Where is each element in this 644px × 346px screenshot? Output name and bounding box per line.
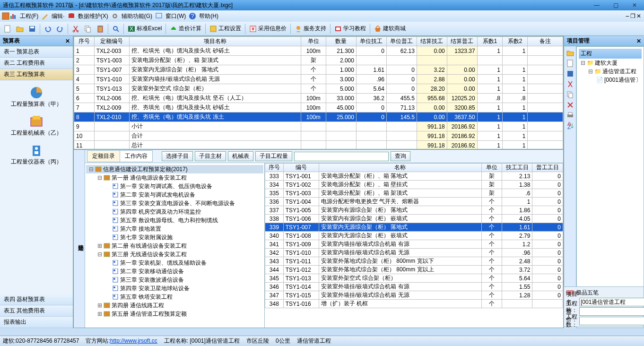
cat-row[interactable]: 339TSY1-007安装室内无源综合架（柜） 落地式个1.610 (265, 223, 563, 232)
tree-node[interactable]: 第四章 机房空调及动力环境监控 (86, 208, 263, 216)
mdi-close[interactable]: ✕ (636, 13, 641, 19)
window-minimize[interactable]: — (587, 0, 606, 10)
cat-header[interactable]: 普工工日 (532, 164, 563, 172)
vertical-tab[interactable]: 定额选择 (74, 150, 85, 328)
tb-infoprice[interactable]: ¥采用信息价 (247, 23, 288, 35)
cat-row[interactable]: 334TSY1-002安装电源分配架（柜）、箱 壁挂式架1.380 (265, 181, 563, 189)
menu-edit[interactable]: 编辑· (49, 11, 67, 21)
grid-header[interactable]: 单位技工 (356, 37, 386, 46)
grid-row[interactable]: 3TSY1-007安装室内无源综合架（柜） 落地式个1.0001.6103.22… (74, 65, 563, 75)
tree-node[interactable]: 第五章 铁塔安装工程 (86, 293, 263, 301)
copy-icon[interactable] (566, 91, 574, 98)
right-pane-close[interactable]: ✕ (636, 38, 641, 44)
btn-item-qty[interactable]: 子目工程量 (255, 151, 292, 161)
cat-row[interactable]: 347TSY1-015安装室外墙挂/嵌墙式综合机箱 无源个1.280 (265, 291, 563, 300)
grid-row[interactable]: 5TSY1-013安装室外架空式 综合架（柜）个5.0005.64028.200… (74, 84, 563, 94)
mdi-minimize[interactable]: ‒ (626, 13, 629, 19)
window-close[interactable]: ✕ (625, 0, 644, 10)
leftnav-item[interactable]: 表三 工程预算表 (0, 69, 73, 80)
grid-row[interactable]: 10合计991.1820186.9211 (74, 131, 563, 141)
tab-catalog[interactable]: 定额目录 (87, 150, 120, 162)
prop-name-input[interactable] (579, 298, 644, 306)
leftnav-item[interactable]: 表五 其他费用表 (0, 305, 73, 317)
tree-node[interactable]: 第三章 安装交直流电源设备、不间断电源设备 (86, 199, 263, 208)
left-icon-item[interactable]: 工程量预算表（甲） (0, 83, 73, 110)
cat-row[interactable]: 342TSY1-010安装室内墙挂/嵌墙式综合机箱 无源个.960 (265, 249, 563, 257)
btn-main-material[interactable]: 子目主材 (195, 151, 226, 161)
cat-header[interactable]: 序号 (265, 164, 284, 172)
tb-redo[interactable] (54, 23, 66, 35)
tb-new[interactable] (2, 23, 13, 35)
leftnav-item[interactable]: 表四 器材预算表 (0, 294, 73, 305)
grid-header[interactable]: 结算技工 (417, 37, 447, 46)
cut-icon[interactable] (566, 80, 574, 88)
tb-find[interactable] (110, 23, 122, 35)
tb-projset[interactable]: 工程设置 (208, 23, 243, 35)
cat-row[interactable]: 344TSY1-012安装室外落地式综合架（柜） 800mm 宽以上个3.720 (265, 266, 563, 274)
btn-select-item[interactable]: 选择子目 (162, 151, 193, 161)
menu-project[interactable]: 工程(F) (17, 11, 41, 21)
grid-row[interactable]: 8TXL2-010挖、夯填光（电）缆沟及接头坑 冻土100m25.0000145… (74, 112, 563, 122)
grid-row[interactable]: 11总计991.1820186.9211 (74, 141, 563, 150)
grid-header[interactable]: 序号 (74, 37, 95, 46)
cat-row[interactable]: 346TSY1-014安装室外墙挂/嵌墙式综合机箱 有源个1.550 (265, 283, 563, 291)
grid-row[interactable]: 7TXL2-009挖、夯填光（电）缆沟及接头坑 砂砾土100m45.000071… (74, 103, 563, 112)
cat-row[interactable]: 345TSY1-013安装室外架空式 综合架（柜）个5.640 (265, 274, 563, 283)
grid-header[interactable]: 单位 (301, 37, 326, 46)
cat-row[interactable]: 338TSY1-006安装室内有源综合架（柜） 嵌墙式个4.050 (265, 215, 563, 223)
tree-node[interactable]: 第七章 安装附属设施 (86, 233, 263, 242)
cat-header[interactable]: 单位 (481, 164, 502, 172)
tb-calc[interactable]: 造价计算 (168, 23, 203, 35)
tb-mall[interactable]: 建软商城 (372, 23, 408, 35)
grid-header[interactable]: 项目名称 (130, 37, 301, 46)
tb-copy[interactable] (82, 23, 94, 35)
tb-undo[interactable] (42, 23, 53, 35)
grid-header[interactable]: 单位普工 (386, 37, 417, 46)
btn-query[interactable]: 查询 (391, 151, 410, 161)
left-icon-item[interactable]: 工程量仪器表（丙） (0, 141, 73, 168)
grid-header[interactable]: 系数1 (477, 37, 502, 46)
tree-node[interactable]: ⊟信息通信建设工程预算定额(2017) (86, 165, 263, 173)
tree-node[interactable]: ⊟第三册 无线通信设备安装工程 (86, 250, 263, 259)
tb-paste[interactable] (95, 23, 106, 35)
leftnav-item[interactable]: 表二 工程费用表 (0, 58, 73, 69)
filter-combo[interactable] (294, 152, 389, 161)
grid-header[interactable]: 备注 (528, 37, 563, 46)
tree-node[interactable]: ⊞第四册 通信线路工程 (86, 301, 263, 310)
prop-cost-input[interactable] (579, 307, 644, 316)
cat-row[interactable]: 341TSY1-009安装室内墙挂/嵌墙式综合机箱 有源个1.20 (265, 240, 563, 249)
menu-window[interactable]: 窗口(W) (163, 11, 189, 21)
leftnav-item[interactable]: 报表输出 (0, 317, 73, 328)
tree-node[interactable]: 第六章 接地装置 (86, 225, 263, 233)
status-website[interactable]: http://www.jrsoft.cc (110, 337, 157, 344)
save-icon[interactable] (566, 70, 574, 78)
grid-row[interactable]: 6TXL2-006挖、松填光（电）缆沟及接头坑 坚石（人工）100m33.000… (74, 94, 563, 103)
grid-header[interactable]: 结算普工 (447, 37, 477, 46)
window-maximize[interactable]: ▢ (606, 0, 625, 10)
sort-icon[interactable]: AZ (566, 122, 574, 130)
print-icon[interactable] (566, 112, 574, 119)
grid-row[interactable]: 9小计991.1820186.9211 (74, 122, 563, 131)
tree-node[interactable]: 第二章 安装与调试发电机设备 (86, 190, 263, 199)
cat-header[interactable]: 技工工日 (502, 164, 532, 172)
tb-support[interactable]: 服务支持 (293, 23, 328, 35)
tb-save[interactable] (26, 23, 38, 35)
leftnav-item[interactable]: 表一 预算总表 (0, 46, 73, 58)
tb-open[interactable] (14, 23, 26, 35)
tree-node[interactable]: 第一章 安装机架、缆线及辅助设备 (86, 259, 263, 267)
main-grid[interactable]: 序号定额编号项目名称单位数量单位技工单位普工结算技工结算普工系数1系数2备注1T… (74, 36, 563, 150)
cat-row[interactable]: 343TSY1-011安装室外落地式综合架（柜） 800mm 宽以下个2.480 (265, 257, 563, 266)
tb-learn[interactable]: 学习教程 (332, 23, 368, 35)
menu-help[interactable]: 帮助(H) (196, 11, 221, 21)
grid-row[interactable]: 4TSY1-010安装室内墙挂/嵌墙式综合机箱 无源个3.000.9602.88… (74, 75, 563, 84)
grid-header[interactable]: 数量 (326, 37, 356, 46)
tb-excel[interactable]: X标准Excel (126, 23, 164, 35)
cat-row[interactable]: 340TSY1-008安装室内无源综合架（柜） 嵌墙式个2.790 (265, 232, 563, 240)
delete-icon[interactable] (566, 101, 574, 109)
tree-node[interactable]: 第五章 敷设电源母线、电力和控制缆线 (86, 216, 263, 225)
cat-row[interactable]: 337TSY1-005安装室内有源综合架（柜） 落地式个1.860 (265, 206, 563, 215)
tree-node[interactable]: ⊞第五册 通信管道工程预算定额 (86, 310, 263, 318)
tree-node[interactable]: ⊟第一册 通信电源设备安装工程 (86, 173, 263, 182)
catalog-grid[interactable]: 序号编号名称单位技工工日普工工日333TSY1-001安装电源分配架（柜）、箱 … (265, 163, 563, 328)
left-icon-item[interactable]: 工程量机械表（乙） (0, 112, 73, 139)
